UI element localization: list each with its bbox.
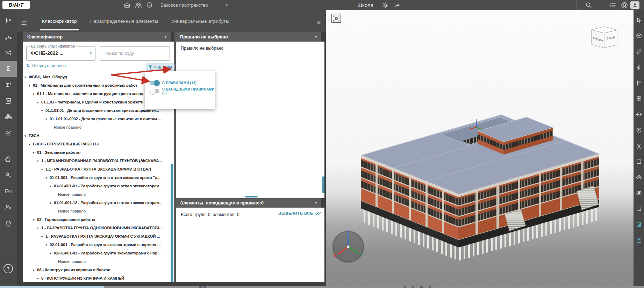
tree-node[interactable]: ▾01 - Земляные работы [23, 148, 174, 157]
tree-node[interactable]: ▾01-01-001-12 - Разработка грунта в отва… [23, 199, 174, 207]
expander-icon[interactable]: ▾ [50, 249, 54, 257]
charts-button[interactable] [0, 125, 17, 141]
tree-node[interactable]: ▾ГЭСН [23, 131, 174, 140]
view-cube[interactable]: Справа Сзади [585, 24, 623, 52]
tab-unallocated-elements[interactable]: Нераспределённые элементы [90, 18, 159, 24]
estimates-button[interactable] [0, 61, 17, 77]
select-tool-button[interactable] [634, 12, 644, 28]
expander-icon[interactable]: ▾ [24, 132, 29, 140]
tree-node[interactable]: ▾01-01-001 - Разработка грунта в отвал э… [23, 173, 174, 182]
marker-button[interactable] [634, 75, 644, 91]
collapse-tree-link[interactable]: ⇅ Свернуть дерево [26, 63, 66, 68]
expander-icon[interactable]: ▾ [41, 165, 45, 173]
expander-icon[interactable]: ▾ [50, 199, 54, 207]
expander-icon[interactable]: ▾ [37, 224, 41, 232]
plugins-button[interactable] [0, 151, 17, 167]
shield-admin-icon[interactable] [145, 1, 154, 9]
tab-classifier[interactable]: Классификатор [41, 18, 78, 24]
toggle-switch[interactable] [150, 89, 159, 93]
section-resize-handle[interactable] [245, 196, 258, 197]
expander-icon[interactable]: ▾ [33, 149, 37, 157]
view-filter-button[interactable] [634, 232, 644, 248]
tree-node[interactable]: ▾Новое правило [23, 123, 174, 131]
tree-node[interactable]: ▾01-01-001-01 - Разработка грунта в отва… [23, 182, 174, 190]
tree-node[interactable]: ▾Новое правило [23, 207, 174, 215]
tree-node[interactable]: ▾ГЭСН - СТРОИТЕЛЬНЫЕ РАБОТЫ [23, 140, 174, 148]
dashboard-button[interactable] [0, 215, 17, 231]
shaded-view-button[interactable] [634, 217, 644, 232]
rule-scrollbar-thumb[interactable] [322, 177, 324, 193]
tree-scrollbar-thumb[interactable] [171, 164, 173, 282]
close-icon[interactable]: ✕ [315, 19, 323, 27]
expander-icon[interactable]: ▾ [29, 140, 33, 148]
tree-node[interactable]: ▾1 - МЕХАНИЗИРОВАННАЯ РАЗРАБОТКА ГРУНТОВ… [23, 157, 174, 165]
tree-node[interactable]: ▾1.1 - РАЗРАБОТКА ГРУНТА ЭКСКАВАТОРАМИ В… [23, 165, 174, 173]
panel-collapse-icon[interactable] [21, 19, 29, 26]
project-settings-gear-icon[interactable] [381, 1, 390, 9]
selection-frame-button[interactable] [634, 201, 644, 217]
geometry-nodes-button[interactable] [0, 29, 17, 45]
menu-list-icon[interactable] [608, 1, 617, 9]
expander-icon[interactable]: ▾ [50, 182, 54, 190]
tab-universal-attributes[interactable]: Универсальные атрибуты [171, 18, 230, 24]
tree-node[interactable]: ▾1 - РАЗРАБОТКА ГРУНТА ОДНОКОВШОВЫМИ ЭКС… [23, 224, 174, 232]
code-search-input[interactable]: Поиск по коду [100, 46, 170, 61]
tree-node[interactable]: ▾02-01-001 - Разработка грунта экскавато… [23, 240, 174, 249]
workspace-select[interactable]: Базовое пространство ▾ [160, 0, 228, 10]
tree-node[interactable]: ▾Новое правило [23, 257, 174, 266]
expander-icon[interactable]: ▾ [37, 98, 41, 106]
structure-button[interactable] [0, 109, 17, 125]
tree-node[interactable]: ▾1 - РАЗРАБОТКА ГРУНТА ЭКСКАВАТОРАМИ С У… [23, 232, 174, 240]
axis-gizmo[interactable]: Z X Y [330, 229, 366, 265]
team-icon[interactable] [134, 1, 143, 9]
tree-node[interactable]: ▾Новое правило [23, 190, 174, 199]
select-all-button[interactable]: ВЫДЕЛИТЬ ВСЁ [278, 211, 322, 216]
expander-icon[interactable]: ▾ [24, 73, 29, 81]
toggle-with-valid-rules[interactable]: С ВАЛИДНЫМИ ПРАВИЛАМИ (0) [150, 87, 215, 95]
model-tree-button[interactable] [0, 13, 17, 29]
box-mode-button[interactable] [634, 154, 644, 170]
tree-node[interactable]: ▾02 - Горновскрышные работы [23, 215, 174, 224]
export-folder-button[interactable] [0, 183, 17, 199]
measure-button[interactable] [634, 44, 644, 59]
viewport-3d[interactable]: Справа Сзади Z X Y [326, 10, 634, 286]
clash-check-button[interactable] [0, 45, 17, 61]
approvals-button[interactable] [0, 167, 17, 183]
classifier-select[interactable]: Выбрать классификатор ФСНБ-2022 ... ▾ [26, 46, 95, 61]
show-elements-button[interactable] [634, 170, 644, 185]
expander-icon[interactable]: ▾ [45, 241, 50, 249]
elements-panel-header[interactable]: Элементы, попадающие в правило:0 ▾ [176, 198, 321, 208]
plan-mode-button[interactable] [634, 122, 644, 138]
grid-view-button[interactable] [634, 91, 644, 107]
expander-icon[interactable]: ▾ [37, 157, 41, 165]
account-avatar[interactable] [630, 1, 639, 9]
expander-icon[interactable]: ▾ [33, 90, 37, 98]
expander-icon[interactable]: ▾ [41, 232, 45, 240]
classifier-panel-header[interactable]: Классификатор ▾ [23, 32, 171, 42]
expander-icon[interactable]: ▾ [29, 81, 33, 89]
section-box-button[interactable] [634, 28, 644, 44]
tree-node[interactable]: ▾01.1.01.01-0002 - Детали фасонные коньк… [23, 115, 174, 123]
toggle-switch[interactable] [150, 81, 159, 85]
quick-section-button[interactable] [634, 59, 644, 75]
tree-node[interactable]: ▾02-01-001-01 - Разработка грунта экскав… [23, 249, 174, 257]
capture-view-button[interactable] [331, 14, 341, 23]
expander-icon[interactable]: ▾ [33, 266, 37, 274]
expander-icon[interactable]: ▾ [41, 107, 45, 115]
expander-icon[interactable]: ▾ [33, 216, 37, 224]
focus-button[interactable] [634, 107, 644, 122]
user-location-button[interactable] [0, 199, 17, 215]
notifications-bell-icon[interactable] [620, 1, 629, 9]
help-button[interactable]: ? [3, 264, 13, 273]
section-cut-button[interactable] [634, 138, 644, 154]
search-icon[interactable] [584, 1, 593, 9]
estimates-add-button[interactable] [0, 77, 17, 93]
expander-icon[interactable]: ▾ [37, 274, 41, 282]
drawings-2d-button[interactable] [0, 93, 17, 109]
expander-icon[interactable]: ▾ [45, 174, 50, 182]
filters-button[interactable]: Фильтры [146, 63, 174, 71]
share-icon[interactable] [393, 1, 402, 9]
rule-panel-header[interactable]: Правило не выбрано ▾ [176, 32, 321, 42]
app-logo[interactable]: BiMiT [2, 1, 30, 9]
projects-briefcase-icon[interactable] [122, 1, 131, 9]
